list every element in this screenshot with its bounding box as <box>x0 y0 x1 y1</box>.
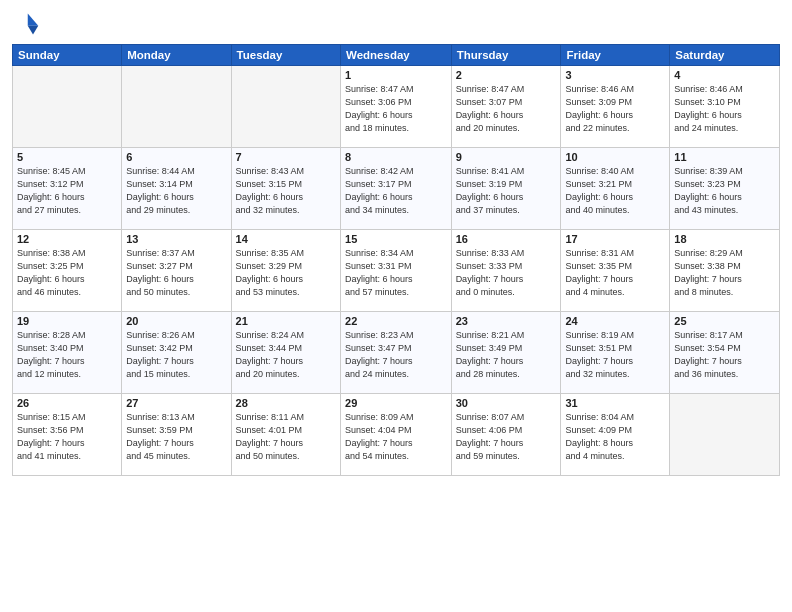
day-info: Sunrise: 8:38 AMSunset: 3:25 PMDaylight:… <box>17 247 117 299</box>
calendar-cell: 11Sunrise: 8:39 AMSunset: 3:23 PMDayligh… <box>670 148 780 230</box>
header-wednesday: Wednesday <box>341 45 452 66</box>
day-number: 29 <box>345 397 447 409</box>
day-number: 11 <box>674 151 775 163</box>
calendar-cell: 21Sunrise: 8:24 AMSunset: 3:44 PMDayligh… <box>231 312 340 394</box>
calendar-cell: 13Sunrise: 8:37 AMSunset: 3:27 PMDayligh… <box>122 230 231 312</box>
day-info: Sunrise: 8:26 AMSunset: 3:42 PMDaylight:… <box>126 329 226 381</box>
calendar-cell: 19Sunrise: 8:28 AMSunset: 3:40 PMDayligh… <box>13 312 122 394</box>
day-number: 19 <box>17 315 117 327</box>
day-number: 18 <box>674 233 775 245</box>
calendar-week-row: 12Sunrise: 8:38 AMSunset: 3:25 PMDayligh… <box>13 230 780 312</box>
calendar-cell: 14Sunrise: 8:35 AMSunset: 3:29 PMDayligh… <box>231 230 340 312</box>
day-info: Sunrise: 8:11 AMSunset: 4:01 PMDaylight:… <box>236 411 336 463</box>
day-number: 15 <box>345 233 447 245</box>
calendar-cell: 4Sunrise: 8:46 AMSunset: 3:10 PMDaylight… <box>670 66 780 148</box>
calendar-cell: 20Sunrise: 8:26 AMSunset: 3:42 PMDayligh… <box>122 312 231 394</box>
day-info: Sunrise: 8:35 AMSunset: 3:29 PMDaylight:… <box>236 247 336 299</box>
day-number: 12 <box>17 233 117 245</box>
calendar-cell: 30Sunrise: 8:07 AMSunset: 4:06 PMDayligh… <box>451 394 561 476</box>
day-info: Sunrise: 8:40 AMSunset: 3:21 PMDaylight:… <box>565 165 665 217</box>
calendar-cell: 23Sunrise: 8:21 AMSunset: 3:49 PMDayligh… <box>451 312 561 394</box>
day-info: Sunrise: 8:24 AMSunset: 3:44 PMDaylight:… <box>236 329 336 381</box>
calendar-cell: 6Sunrise: 8:44 AMSunset: 3:14 PMDaylight… <box>122 148 231 230</box>
calendar-cell <box>122 66 231 148</box>
header-sunday: Sunday <box>13 45 122 66</box>
day-info: Sunrise: 8:39 AMSunset: 3:23 PMDaylight:… <box>674 165 775 217</box>
day-number: 25 <box>674 315 775 327</box>
day-info: Sunrise: 8:07 AMSunset: 4:06 PMDaylight:… <box>456 411 557 463</box>
calendar-cell <box>231 66 340 148</box>
calendar-week-row: 19Sunrise: 8:28 AMSunset: 3:40 PMDayligh… <box>13 312 780 394</box>
logo-icon <box>12 10 40 38</box>
day-number: 30 <box>456 397 557 409</box>
day-info: Sunrise: 8:34 AMSunset: 3:31 PMDaylight:… <box>345 247 447 299</box>
calendar-cell: 18Sunrise: 8:29 AMSunset: 3:38 PMDayligh… <box>670 230 780 312</box>
day-info: Sunrise: 8:13 AMSunset: 3:59 PMDaylight:… <box>126 411 226 463</box>
day-info: Sunrise: 8:46 AMSunset: 3:09 PMDaylight:… <box>565 83 665 135</box>
calendar-cell: 2Sunrise: 8:47 AMSunset: 3:07 PMDaylight… <box>451 66 561 148</box>
calendar-week-row: 26Sunrise: 8:15 AMSunset: 3:56 PMDayligh… <box>13 394 780 476</box>
header-thursday: Thursday <box>451 45 561 66</box>
calendar-week-row: 5Sunrise: 8:45 AMSunset: 3:12 PMDaylight… <box>13 148 780 230</box>
day-info: Sunrise: 8:23 AMSunset: 3:47 PMDaylight:… <box>345 329 447 381</box>
calendar-cell: 12Sunrise: 8:38 AMSunset: 3:25 PMDayligh… <box>13 230 122 312</box>
header-tuesday: Tuesday <box>231 45 340 66</box>
day-number: 9 <box>456 151 557 163</box>
day-number: 4 <box>674 69 775 81</box>
calendar-cell: 7Sunrise: 8:43 AMSunset: 3:15 PMDaylight… <box>231 148 340 230</box>
day-info: Sunrise: 8:37 AMSunset: 3:27 PMDaylight:… <box>126 247 226 299</box>
day-number: 8 <box>345 151 447 163</box>
day-number: 20 <box>126 315 226 327</box>
calendar-cell: 16Sunrise: 8:33 AMSunset: 3:33 PMDayligh… <box>451 230 561 312</box>
header-monday: Monday <box>122 45 231 66</box>
day-number: 10 <box>565 151 665 163</box>
day-number: 21 <box>236 315 336 327</box>
day-number: 28 <box>236 397 336 409</box>
day-number: 17 <box>565 233 665 245</box>
calendar-cell: 3Sunrise: 8:46 AMSunset: 3:09 PMDaylight… <box>561 66 670 148</box>
day-number: 5 <box>17 151 117 163</box>
day-info: Sunrise: 8:09 AMSunset: 4:04 PMDaylight:… <box>345 411 447 463</box>
day-number: 31 <box>565 397 665 409</box>
calendar-cell: 31Sunrise: 8:04 AMSunset: 4:09 PMDayligh… <box>561 394 670 476</box>
day-info: Sunrise: 8:41 AMSunset: 3:19 PMDaylight:… <box>456 165 557 217</box>
day-number: 7 <box>236 151 336 163</box>
day-info: Sunrise: 8:44 AMSunset: 3:14 PMDaylight:… <box>126 165 226 217</box>
day-number: 3 <box>565 69 665 81</box>
calendar-cell <box>670 394 780 476</box>
day-number: 6 <box>126 151 226 163</box>
day-info: Sunrise: 8:31 AMSunset: 3:35 PMDaylight:… <box>565 247 665 299</box>
day-number: 24 <box>565 315 665 327</box>
day-info: Sunrise: 8:28 AMSunset: 3:40 PMDaylight:… <box>17 329 117 381</box>
day-number: 23 <box>456 315 557 327</box>
calendar-cell <box>13 66 122 148</box>
day-number: 14 <box>236 233 336 245</box>
day-info: Sunrise: 8:47 AMSunset: 3:07 PMDaylight:… <box>456 83 557 135</box>
svg-marker-0 <box>28 14 39 26</box>
day-info: Sunrise: 8:21 AMSunset: 3:49 PMDaylight:… <box>456 329 557 381</box>
calendar-cell: 29Sunrise: 8:09 AMSunset: 4:04 PMDayligh… <box>341 394 452 476</box>
calendar-cell: 22Sunrise: 8:23 AMSunset: 3:47 PMDayligh… <box>341 312 452 394</box>
calendar-cell: 28Sunrise: 8:11 AMSunset: 4:01 PMDayligh… <box>231 394 340 476</box>
day-info: Sunrise: 8:42 AMSunset: 3:17 PMDaylight:… <box>345 165 447 217</box>
page: SundayMondayTuesdayWednesdayThursdayFrid… <box>0 0 792 612</box>
day-info: Sunrise: 8:43 AMSunset: 3:15 PMDaylight:… <box>236 165 336 217</box>
header-friday: Friday <box>561 45 670 66</box>
day-number: 26 <box>17 397 117 409</box>
calendar-cell: 1Sunrise: 8:47 AMSunset: 3:06 PMDaylight… <box>341 66 452 148</box>
day-info: Sunrise: 8:29 AMSunset: 3:38 PMDaylight:… <box>674 247 775 299</box>
day-info: Sunrise: 8:04 AMSunset: 4:09 PMDaylight:… <box>565 411 665 463</box>
day-number: 1 <box>345 69 447 81</box>
calendar-cell: 17Sunrise: 8:31 AMSunset: 3:35 PMDayligh… <box>561 230 670 312</box>
day-info: Sunrise: 8:45 AMSunset: 3:12 PMDaylight:… <box>17 165 117 217</box>
calendar-cell: 9Sunrise: 8:41 AMSunset: 3:19 PMDaylight… <box>451 148 561 230</box>
calendar-cell: 15Sunrise: 8:34 AMSunset: 3:31 PMDayligh… <box>341 230 452 312</box>
day-number: 2 <box>456 69 557 81</box>
header <box>12 10 780 38</box>
day-info: Sunrise: 8:17 AMSunset: 3:54 PMDaylight:… <box>674 329 775 381</box>
calendar-cell: 27Sunrise: 8:13 AMSunset: 3:59 PMDayligh… <box>122 394 231 476</box>
day-info: Sunrise: 8:19 AMSunset: 3:51 PMDaylight:… <box>565 329 665 381</box>
calendar-cell: 8Sunrise: 8:42 AMSunset: 3:17 PMDaylight… <box>341 148 452 230</box>
day-number: 22 <box>345 315 447 327</box>
day-info: Sunrise: 8:46 AMSunset: 3:10 PMDaylight:… <box>674 83 775 135</box>
